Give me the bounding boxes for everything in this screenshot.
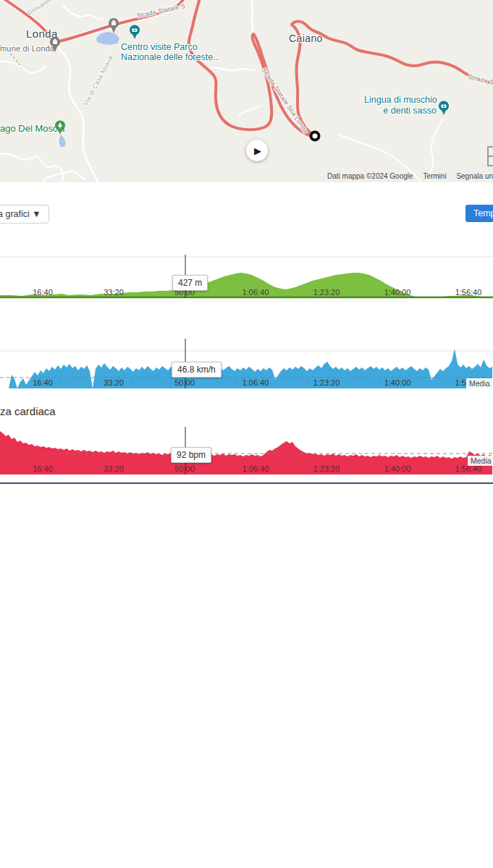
- x-axis-tick-label: 1:40:00: [384, 378, 411, 387]
- playback-position-dot[interactable]: [309, 130, 321, 142]
- speed-chart[interactable]: 16:4033:2050:001:06:401:23:201:40:001:56…: [0, 336, 493, 391]
- heart-rate-chart[interactable]: 16:4033:2050:001:06:401:23:201:40:001:56…: [0, 423, 493, 476]
- x-axis-tick-label: 1:23:20: [313, 464, 340, 473]
- poi-label-centro-visite-line2: Nazionale delle foreste..: [121, 52, 218, 62]
- section-divider: [0, 482, 493, 484]
- camera-poi-pin-icon[interactable]: [438, 101, 450, 116]
- x-axis-tick-label: 33:20: [104, 288, 124, 297]
- time-axis-toggle-button[interactable]: Tempo: [465, 205, 493, 222]
- play-button[interactable]: ▶: [246, 140, 268, 161]
- x-axis-tick-label: 1:06:40: [243, 378, 269, 387]
- tree-poi-pin-icon[interactable]: [54, 120, 66, 136]
- map-data-credit: Dati mappa ©2024 Google: [327, 172, 413, 180]
- town-label-comune-di-londa: mune di Londa: [0, 44, 54, 53]
- poi-label-lingua-line1: Lingua di muschio: [364, 95, 437, 105]
- map-attribution: Dati mappa ©2024 Google Termini Segnala …: [0, 172, 493, 180]
- x-axis-tick-label: 33:20: [104, 464, 124, 473]
- x-axis-tick-label: 1:06:40: [243, 464, 269, 473]
- play-icon: ▶: [254, 145, 261, 156]
- x-axis-tick-label: 16:40: [33, 378, 53, 387]
- heart-rate-tooltip: 92 bpm: [171, 447, 211, 463]
- elevation-tooltip: 427 m: [172, 275, 208, 291]
- x-axis-tick-label: 16:40: [33, 288, 53, 297]
- x-axis-tick-label: 1:23:20: [313, 288, 340, 297]
- time-axis-toggle-label: Tempo: [473, 208, 493, 218]
- municipio-pin-icon[interactable]: [49, 36, 61, 54]
- town-label-caiano: Caiano: [289, 33, 323, 44]
- x-axis-tick-label: 1:40:00: [384, 464, 411, 473]
- municipio-pin-icon[interactable]: [108, 17, 119, 35]
- x-axis-tick-label: 1:06:40: [243, 288, 269, 297]
- terms-link[interactable]: Termini: [423, 172, 446, 180]
- route-map[interactable]: Londa Caiano mune di Londa Centro visite…: [0, 0, 493, 182]
- x-axis-tick-label: 33:20: [104, 378, 124, 387]
- x-axis-tick-label: 16:40: [33, 464, 53, 473]
- charts-dropdown-button[interactable]: a grafici ▼: [0, 205, 49, 224]
- heart-rate-section-label: za cardiaca: [0, 405, 56, 417]
- x-axis-tick-label: 1:56:40: [455, 288, 482, 297]
- report-error-link[interactable]: Segnala un: [456, 172, 493, 180]
- poi-label-lingua-line2: e denti sasso: [364, 106, 437, 116]
- x-axis-tick-label: 50:00: [174, 464, 195, 473]
- poi-label-centro-visite-line1: Centro visite Parco: [121, 42, 198, 52]
- speed-tooltip: 46.8 km/h: [172, 362, 222, 378]
- speed-average-label: Media: [466, 378, 493, 388]
- camera-poi-pin-icon[interactable]: [129, 25, 140, 41]
- x-axis-tick-label: 1:40:00: [384, 288, 411, 297]
- x-axis-tick-label: 1:23:20: [313, 378, 340, 387]
- charts-dropdown-label: a grafici ▼: [0, 209, 41, 219]
- x-axis-tick-label: 50:00: [174, 378, 195, 387]
- heart-rate-average-label: Media: [468, 456, 493, 466]
- elevation-chart[interactable]: 16:4033:2050:001:06:401:23:201:40:001:56…: [0, 239, 493, 300]
